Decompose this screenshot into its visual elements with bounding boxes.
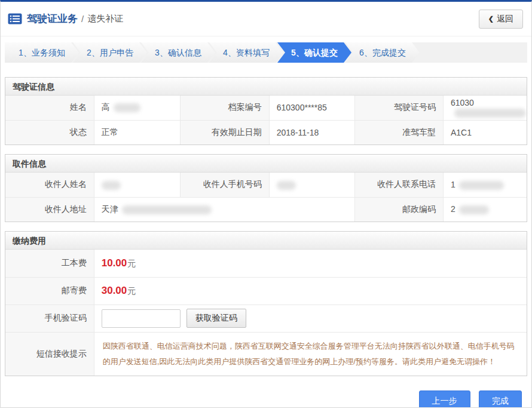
license-no-value: 61030	[443, 96, 527, 120]
sms-code-cell: 获取验证码	[94, 305, 527, 332]
postal-code-value: 2	[443, 197, 527, 222]
redacted-blur	[122, 205, 212, 214]
postal-code-label: 邮政编码	[354, 197, 443, 222]
redacted-blur	[114, 103, 140, 112]
section-pickup-title: 取件信息	[5, 155, 527, 173]
status-label: 状态	[5, 120, 94, 144]
section-pickup-info: 取件信息 收件人姓名 收件人手机号码 收件人联系电话 1	[5, 154, 527, 222]
recipient-phone-value: 1	[443, 173, 527, 197]
table-row: 邮寄费 30.00元	[5, 277, 527, 305]
page-container: 驾驶证业务 / 遗失补证 ❮ 返回 1、业务须知 2、用户申告 3、确认信息 4…	[0, 0, 532, 408]
valid-until-label: 有效期止日期	[181, 120, 269, 144]
step-4-fill-data: 4、资料填写	[209, 42, 283, 63]
previous-step-button[interactable]: 上一步	[419, 390, 470, 408]
name-value: 高	[94, 96, 181, 120]
table-row: 收件人姓名 收件人手机号码 收件人联系电话 1	[5, 173, 527, 197]
status-value: 正常	[94, 120, 181, 144]
step-1-business-notice: 1、业务须知	[5, 42, 79, 63]
redacted-blur	[459, 205, 489, 214]
sms-notice-label: 短信接收提示	[5, 332, 94, 376]
production-fee-value: 10.00元	[94, 250, 527, 277]
mailing-fee-amount: 30.00	[102, 285, 127, 296]
get-sms-code-button[interactable]: 获取验证码	[186, 309, 246, 328]
sms-notice-cell: 因陕西省联通、电信运营商技术问题，陕西省互联网交通安全综合服务管理平台无法向持陕…	[94, 332, 527, 376]
table-row: 姓名 高 档案编号 610300****85 驾驶证号码 61030	[5, 96, 527, 120]
license-no-label: 驾驶证号码	[354, 96, 443, 120]
recipient-name-value	[94, 173, 181, 197]
vehicle-class-label: 准驾车型	[354, 120, 443, 144]
license-info-table: 姓名 高 档案编号 610300****85 驾驶证号码 61030 状态 正常…	[5, 96, 527, 144]
back-button[interactable]: ❮ 返回	[479, 10, 523, 29]
file-no-label: 档案编号	[181, 96, 269, 120]
table-row: 手机验证码 获取验证码	[5, 305, 527, 332]
sms-notice-text: 因陕西省联通、电信运营商技术问题，陕西省互联网交通安全综合服务管理平台无法向持陕…	[103, 339, 518, 370]
redacted-blur	[454, 109, 526, 118]
vehicle-class-value: A1C1	[443, 120, 527, 144]
table-row: 工本费 10.00元	[5, 250, 527, 277]
breadcrumb-current: 遗失补证	[87, 13, 123, 24]
list-icon	[8, 13, 22, 24]
fees-table: 工本费 10.00元 邮寄费 30.00元 手机验证码 获取验证码 短信接收提	[5, 250, 527, 376]
section-fees-title: 缴纳费用	[5, 232, 527, 250]
table-row: 短信接收提示 因陕西省联通、电信运营商技术问题，陕西省互联网交通安全综合服务管理…	[5, 332, 527, 376]
table-row: 收件人地址 天津 邮政编码 2	[5, 197, 527, 222]
recipient-mobile-label: 收件人手机号码	[181, 173, 269, 197]
step-5-confirm-submit: 5、确认提交	[277, 42, 351, 63]
breadcrumb-separator: /	[81, 14, 84, 24]
sms-code-input[interactable]	[102, 309, 181, 328]
recipient-address-label: 收件人地址	[5, 197, 94, 222]
step-6-complete-submit: 6、完成提交	[346, 42, 420, 63]
table-row: 状态 正常 有效期止日期 2018-11-18 准驾车型 A1C1	[5, 120, 527, 144]
step-2-user-declaration: 2、用户申告	[73, 42, 147, 63]
mailing-fee-value: 30.00元	[94, 277, 527, 305]
section-license-info: 驾驶证信息 姓名 高 档案编号 610300****85 驾驶证号码 61030	[5, 77, 527, 145]
file-no-value: 610300****85	[269, 96, 354, 120]
back-button-label: 返回	[497, 14, 513, 24]
redacted-blur	[102, 181, 121, 190]
section-fees: 缴纳费用 工本费 10.00元 邮寄费 30.00元 手机验证码	[5, 231, 527, 376]
page-title: 驾驶证业务	[27, 12, 78, 26]
redacted-blur	[459, 181, 504, 190]
mailing-fee-unit: 元	[127, 286, 136, 296]
finish-button[interactable]: 完成	[479, 390, 522, 408]
footer-actions: 上一步 完成	[1, 390, 522, 408]
recipient-name-label: 收件人姓名	[5, 173, 94, 197]
pickup-info-table: 收件人姓名 收件人手机号码 收件人联系电话 1 收件人地址 天津 邮政编码	[5, 173, 527, 222]
mailing-fee-label: 邮寄费	[5, 277, 94, 305]
name-label: 姓名	[5, 96, 94, 120]
section-license-title: 驾驶证信息	[5, 78, 527, 96]
sms-code-label: 手机验证码	[5, 305, 94, 332]
redacted-blur	[277, 181, 296, 190]
step-progress-bar: 1、业务须知 2、用户申告 3、确认信息 4、资料填写 5、确认提交 6、完成提…	[5, 42, 527, 63]
recipient-mobile-value	[269, 173, 354, 197]
chevron-left-icon: ❮	[488, 15, 494, 23]
production-fee-amount: 10.00	[102, 257, 127, 269]
header: 驾驶证业务 / 遗失补证 ❮ 返回	[1, 2, 531, 36]
valid-until-value: 2018-11-18	[269, 120, 354, 144]
recipient-address-value: 天津	[94, 197, 354, 222]
recipient-phone-label: 收件人联系电话	[354, 173, 443, 197]
production-fee-label: 工本费	[5, 250, 94, 277]
step-3-confirm-info: 3、确认信息	[141, 42, 215, 63]
production-fee-unit: 元	[127, 259, 136, 268]
